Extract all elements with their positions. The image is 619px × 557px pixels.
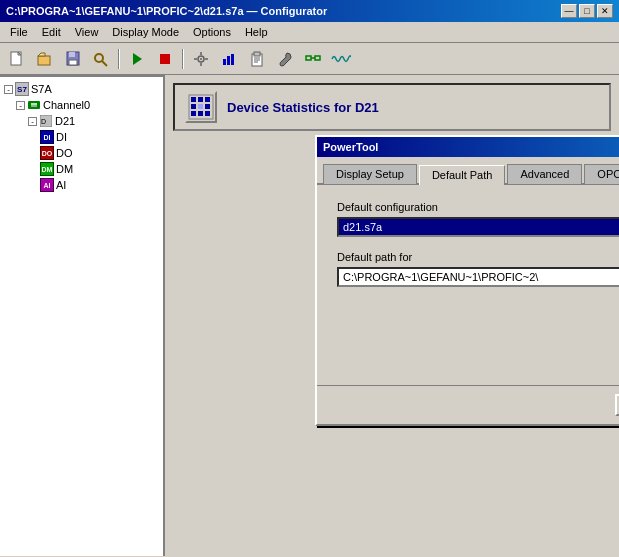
close-button[interactable]: ✕ xyxy=(597,4,613,18)
tree-expand-d21[interactable]: - xyxy=(28,117,37,126)
tree-item-s7a[interactable]: - S7 S7A xyxy=(4,81,159,97)
dialog-title-text: PowerTool xyxy=(323,141,378,153)
tree-icon-do: DO xyxy=(40,146,54,160)
svg-point-12 xyxy=(200,58,202,60)
toolbar-sep1 xyxy=(118,49,120,69)
menu-edit[interactable]: Edit xyxy=(36,24,67,40)
svg-rect-34 xyxy=(191,97,196,102)
toolbar-open[interactable] xyxy=(32,47,58,71)
tree-item-do[interactable]: DO DO xyxy=(40,145,159,161)
toolbar-wave[interactable] xyxy=(328,47,354,71)
svg-rect-19 xyxy=(231,54,234,65)
tree-icon-ai: AI xyxy=(40,178,54,192)
tab-default-path[interactable]: Default Path xyxy=(419,165,506,185)
dialog-tab-bar: Display Setup Default Path Advanced OPC xyxy=(317,157,619,185)
svg-rect-6 xyxy=(69,60,77,65)
content-area: Device Statistics for D21 www.dotsw.com.… xyxy=(165,75,619,556)
svg-rect-39 xyxy=(205,104,210,109)
svg-rect-35 xyxy=(198,97,203,102)
tree-icon-d21: D xyxy=(39,114,53,128)
title-controls: — □ ✕ xyxy=(561,4,613,18)
default-config-label: Default configuration xyxy=(337,201,619,213)
default-path-label: Default path for xyxy=(337,251,619,263)
svg-rect-36 xyxy=(205,97,210,102)
tree-item-dm[interactable]: DM DM xyxy=(40,161,159,177)
dialog-content: Default configuration Default path for xyxy=(317,185,619,385)
powertool-dialog: PowerTool ✕ Display Setup Default Path A… xyxy=(315,135,619,426)
svg-rect-25 xyxy=(306,56,311,60)
default-config-group: Default configuration xyxy=(337,201,619,237)
device-stats-icon xyxy=(185,91,217,123)
svg-text:D: D xyxy=(41,118,46,125)
ok-button[interactable]: 确定 xyxy=(615,394,619,416)
toolbar-key[interactable] xyxy=(88,47,114,71)
tree-item-channel0[interactable]: - Channel0 xyxy=(16,97,159,113)
default-path-input[interactable] xyxy=(337,267,619,287)
svg-marker-9 xyxy=(133,53,142,65)
tree-item-d21[interactable]: - D D21 xyxy=(28,113,159,129)
tree-label-channel0: Channel0 xyxy=(43,99,90,111)
toolbar xyxy=(0,43,619,75)
menu-file[interactable]: File xyxy=(4,24,34,40)
dialog-button-area: 确定 取消 xyxy=(317,385,619,424)
dialog-title-bar: PowerTool ✕ xyxy=(317,137,619,157)
menu-view[interactable]: View xyxy=(69,24,105,40)
svg-rect-10 xyxy=(160,54,170,64)
default-path-group: Default path for xyxy=(337,251,619,287)
device-stats-panel: Device Statistics for D21 xyxy=(173,83,611,131)
menu-options[interactable]: Options xyxy=(187,24,237,40)
window-title: C:\PROGRA~1\GEFANU~1\PROFIC~2\d21.s7a — … xyxy=(6,5,327,17)
toolbar-stop[interactable] xyxy=(152,47,178,71)
tree-label-do: DO xyxy=(56,147,73,159)
default-config-input[interactable] xyxy=(337,217,619,237)
svg-rect-38 xyxy=(198,104,203,109)
tree-label-s7a: S7A xyxy=(31,83,52,95)
toolbar-play[interactable] xyxy=(124,47,150,71)
title-bar: C:\PROGRA~1\GEFANU~1\PROFIC~2\d21.s7a — … xyxy=(0,0,619,22)
svg-rect-37 xyxy=(191,104,196,109)
maximize-button[interactable]: □ xyxy=(579,4,595,18)
tab-display-setup[interactable]: Display Setup xyxy=(323,164,417,184)
tree-expand-s7a[interactable]: - xyxy=(4,85,13,94)
sidebar: - S7 S7A - Channel0 - D D21 DI DI DO xyxy=(0,75,165,556)
tab-advanced[interactable]: Advanced xyxy=(507,164,582,184)
tab-opc[interactable]: OPC xyxy=(584,164,619,184)
tree-icon-dm: DM xyxy=(40,162,54,176)
svg-line-8 xyxy=(102,61,107,66)
minimize-button[interactable]: — xyxy=(561,4,577,18)
tree-label-d21: D21 xyxy=(55,115,75,127)
svg-rect-28 xyxy=(28,101,40,109)
svg-rect-40 xyxy=(191,111,196,116)
svg-rect-17 xyxy=(223,59,226,65)
tree-label-ai: AI xyxy=(56,179,66,191)
toolbar-new[interactable] xyxy=(4,47,30,71)
toolbar-settings[interactable] xyxy=(188,47,214,71)
tree-expand-channel0[interactable]: - xyxy=(16,101,25,110)
tree-label-di: DI xyxy=(56,131,67,143)
svg-rect-2 xyxy=(38,56,50,65)
toolbar-network[interactable] xyxy=(300,47,326,71)
svg-rect-26 xyxy=(315,56,320,60)
device-stats-title: Device Statistics for D21 xyxy=(227,100,379,115)
svg-rect-21 xyxy=(254,52,260,56)
toolbar-sep2 xyxy=(182,49,184,69)
tree-item-di[interactable]: DI DI xyxy=(40,129,159,145)
menu-help[interactable]: Help xyxy=(239,24,274,40)
svg-rect-18 xyxy=(227,56,230,65)
svg-point-7 xyxy=(95,54,103,62)
toolbar-wrench[interactable] xyxy=(272,47,298,71)
toolbar-clipboard[interactable] xyxy=(244,47,270,71)
toolbar-chart[interactable] xyxy=(216,47,242,71)
svg-rect-5 xyxy=(69,52,75,57)
tree-icon-s7a: S7 xyxy=(15,82,29,96)
svg-rect-42 xyxy=(205,111,210,116)
svg-rect-41 xyxy=(198,111,203,116)
menu-bar: File Edit View Display Mode Options Help xyxy=(0,22,619,43)
tree-item-ai[interactable]: AI AI xyxy=(40,177,159,193)
menu-display-mode[interactable]: Display Mode xyxy=(106,24,185,40)
svg-marker-3 xyxy=(38,53,45,56)
tree-icon-di: DI xyxy=(40,130,54,144)
tree-label-dm: DM xyxy=(56,163,73,175)
toolbar-save[interactable] xyxy=(60,47,86,71)
main-area: - S7 S7A - Channel0 - D D21 DI DI DO xyxy=(0,75,619,556)
